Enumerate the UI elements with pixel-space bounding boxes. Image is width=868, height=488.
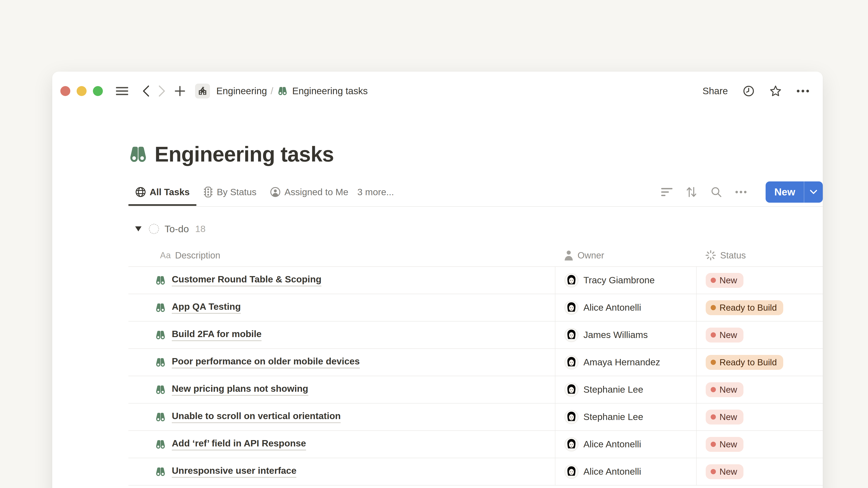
new-page-icon[interactable] (175, 86, 185, 96)
column-header-status[interactable]: Status (696, 244, 823, 266)
status-cell[interactable]: New (696, 322, 823, 348)
task-title[interactable]: App QA Testing (172, 301, 241, 314)
table-body: Customer Round Table & Scoping Tracy Gia… (128, 267, 823, 486)
owner-cell[interactable]: James Williams (555, 322, 696, 348)
owner-cell[interactable]: Amaya Hernandez (555, 349, 696, 376)
tab-assigned-to-me[interactable]: Assigned to Me (263, 182, 355, 205)
status-cell[interactable]: Ready to Build (696, 294, 823, 321)
avatar (564, 355, 579, 369)
filter-icon[interactable] (661, 188, 673, 197)
tab-label: By Status (217, 187, 256, 197)
status-label: New (719, 330, 737, 340)
owner-cell[interactable]: Tracy Giambrone (555, 267, 696, 294)
table-row[interactable]: Unable to scroll on vertical orientation… (128, 403, 823, 431)
status-badge[interactable]: New (706, 273, 743, 288)
updates-clock-icon[interactable] (743, 85, 754, 97)
table-row[interactable]: Poor performance on older mobile devices… (128, 349, 823, 376)
more-views-button[interactable]: 3 more... (355, 183, 399, 205)
sort-icon[interactable] (686, 186, 698, 198)
collapse-triangle-icon[interactable] (135, 226, 142, 232)
text-property-icon: Aa (160, 251, 171, 260)
view-options-icon[interactable] (735, 191, 747, 193)
share-button[interactable]: Share (703, 86, 728, 96)
owner-cell[interactable]: Alice Antonelli (555, 458, 696, 485)
window-topbar: Engineering / Engineering tasks Share (52, 72, 823, 110)
search-icon[interactable] (710, 186, 722, 198)
status-badge[interactable]: New (706, 437, 743, 452)
description-cell[interactable]: App QA Testing (128, 294, 555, 321)
tab-by-status[interactable]: By Status (196, 182, 263, 205)
table-row[interactable]: Unresponsive user interface Alice Antone… (128, 458, 823, 486)
tab-label: Assigned to Me (284, 187, 348, 197)
breadcrumb-separator: / (271, 86, 273, 96)
status-cell[interactable]: New (696, 376, 823, 403)
topbar-actions: Share (703, 85, 809, 97)
breadcrumb-workspace[interactable]: Engineering (214, 84, 269, 98)
favorite-star-icon[interactable] (770, 85, 782, 97)
back-icon[interactable] (142, 85, 150, 97)
table-row[interactable]: New pricing plans not showing Stephanie … (128, 376, 823, 403)
breadcrumb-page[interactable]: Engineering tasks (290, 84, 370, 98)
status-cell[interactable]: Ready to Build (696, 349, 823, 376)
table-row[interactable]: App QA Testing Alice Antonelli Ready to … (128, 294, 823, 322)
owner-cell[interactable]: Alice Antonelli (555, 294, 696, 321)
page-header: Engineering tasks (128, 142, 823, 166)
description-cell[interactable]: New pricing plans not showing (128, 376, 555, 403)
forward-icon[interactable] (158, 85, 166, 97)
status-cell[interactable]: New (696, 431, 823, 458)
binoculars-icon[interactable] (128, 144, 148, 164)
teamspace-icon[interactable] (195, 84, 210, 98)
tasks-table: Aa Description Owner Status (128, 244, 823, 486)
table-row[interactable]: Customer Round Table & Scoping Tracy Gia… (128, 267, 823, 294)
table-row[interactable]: Build 2FA for mobile James Williams New (128, 322, 823, 349)
task-title[interactable]: Poor performance on older mobile devices (172, 356, 360, 368)
description-cell[interactable]: Poor performance on older mobile devices (128, 349, 555, 376)
owner-cell[interactable]: Stephanie Lee (555, 403, 696, 430)
status-badge[interactable]: New (706, 464, 743, 479)
description-cell[interactable]: Add ‘ref’ field in API Response (128, 431, 555, 458)
owner-name: Tracy Giambrone (583, 275, 655, 286)
group-header-todo[interactable]: To-do 18 (128, 220, 823, 238)
tab-all-tasks[interactable]: All Tasks (128, 182, 196, 205)
close-window-button[interactable] (60, 86, 70, 96)
page-title[interactable]: Engineering tasks (155, 142, 334, 166)
owner-cell[interactable]: Stephanie Lee (555, 376, 696, 403)
sidebar-menu-icon[interactable] (116, 86, 128, 96)
task-title[interactable]: New pricing plans not showing (172, 383, 308, 396)
column-label: Status (720, 250, 746, 260)
view-tabbar: All Tasks By Status Assigned to Me 3 mor… (128, 182, 823, 207)
binoculars-icon (155, 275, 166, 286)
new-dropdown-button[interactable] (804, 182, 823, 203)
description-cell[interactable]: Build 2FA for mobile (128, 322, 555, 348)
description-cell[interactable]: Unable to scroll on vertical orientation (128, 403, 555, 430)
column-header-owner[interactable]: Owner (555, 244, 696, 266)
zoom-window-button[interactable] (93, 86, 103, 96)
owner-name: Alice Antonelli (583, 302, 641, 313)
status-badge[interactable]: New (706, 328, 743, 343)
active-tab-underline (128, 204, 196, 206)
description-cell[interactable]: Customer Round Table & Scoping (128, 267, 555, 294)
task-title[interactable]: Build 2FA for mobile (172, 329, 261, 341)
more-options-icon[interactable] (797, 90, 809, 93)
task-title[interactable]: Add ‘ref’ field in API Response (172, 438, 306, 451)
task-title[interactable]: Customer Round Table & Scoping (172, 274, 321, 287)
avatar (564, 410, 579, 424)
minimize-window-button[interactable] (76, 86, 87, 96)
status-cell[interactable]: New (696, 267, 823, 294)
new-button[interactable]: New (766, 182, 804, 203)
owner-name: James Williams (583, 330, 648, 340)
owner-cell[interactable]: Alice Antonelli (555, 431, 696, 458)
status-badge[interactable]: Ready to Build (706, 300, 783, 315)
status-badge[interactable]: New (706, 382, 743, 397)
status-cell[interactable]: New (696, 458, 823, 485)
task-title[interactable]: Unable to scroll on vertical orientation (172, 411, 341, 423)
table-row[interactable]: Add ‘ref’ field in API Response Alice An… (128, 431, 823, 458)
description-cell[interactable]: Unresponsive user interface (128, 458, 555, 485)
column-header-description[interactable]: Aa Description (128, 244, 555, 266)
status-label: New (719, 467, 737, 477)
status-cell[interactable]: New (696, 403, 823, 430)
status-badge[interactable]: New (706, 410, 743, 424)
status-dot-icon (711, 305, 716, 310)
task-title[interactable]: Unresponsive user interface (172, 465, 296, 478)
status-badge[interactable]: Ready to Build (706, 355, 783, 370)
